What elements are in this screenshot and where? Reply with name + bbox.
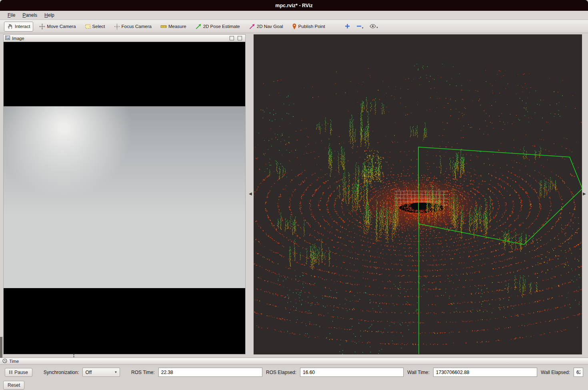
menu-help[interactable]: Help (42, 12, 57, 19)
plus-icon (345, 24, 350, 30)
tool-focus-camera[interactable]: Focus Camera (111, 22, 154, 31)
tool-select[interactable]: Select (82, 22, 108, 31)
tool-properties-button[interactable]: ▾ (368, 23, 380, 30)
image-panel-title: Image (12, 36, 24, 41)
ruler-icon (160, 24, 167, 29)
tool-measure-label: Measure (168, 24, 186, 29)
tool-publish-point-label: Publish Point (298, 24, 325, 29)
time-panel-row: Pause Synchronization: Off ▼ ROS Time: R… (0, 365, 588, 380)
reset-row: Reset (0, 380, 588, 390)
dock-close-button[interactable] (238, 36, 242, 40)
chevron-down-icon: ▾ (362, 26, 364, 30)
titlebar[interactable]: mpc.rviz* - RViz (0, 0, 588, 11)
focus-crosshair-icon (114, 24, 120, 30)
menu-file[interactable]: File (5, 12, 18, 19)
dock-float-button[interactable] (230, 36, 234, 40)
pause-button[interactable]: Pause (5, 368, 32, 377)
select-box-icon (85, 24, 91, 30)
remove-tool-button[interactable]: ▾ (355, 23, 365, 30)
tool-2d-nav-goal-label: 2D Nav Goal (257, 24, 283, 29)
image-panel-titlebar[interactable]: Image (4, 35, 245, 42)
sync-dropdown[interactable]: Off ▼ (82, 368, 120, 377)
wall-time-field[interactable] (433, 368, 537, 377)
pointcloud-canvas[interactable] (254, 34, 582, 354)
tool-focus-camera-label: Focus Camera (122, 24, 152, 29)
toolbar: Interact Move Camera Select Focus Camera… (0, 20, 588, 33)
tool-select-label: Select (92, 24, 105, 29)
minus-icon (356, 24, 362, 30)
time-panel-title: Time (9, 359, 19, 364)
green-arrow-icon (195, 24, 202, 30)
chevron-down-icon: ▾ (376, 26, 378, 29)
wall-elapsed-field[interactable] (574, 368, 583, 377)
tool-move-camera-label: Move Camera (47, 24, 76, 29)
tool-2d-pose-estimate-label: 2D Pose Estimate (203, 24, 240, 29)
time-panel-titlebar[interactable]: Time (0, 358, 588, 365)
main-area: Image ◀ ▶ ↕ (0, 33, 588, 358)
add-tool-button[interactable] (343, 23, 352, 30)
pause-icon (9, 370, 12, 374)
ros-time-label: ROS Time: (131, 370, 155, 375)
tool-measure[interactable]: Measure (158, 22, 189, 31)
reset-button-label: Reset (8, 382, 20, 388)
ros-time-field[interactable] (158, 368, 262, 377)
chevron-down-icon: ▼ (114, 370, 117, 374)
eye-icon (370, 24, 376, 29)
splitter-right-arrow-icon[interactable]: ▶ (583, 191, 586, 196)
hand-icon (7, 24, 13, 30)
tool-2d-nav-goal[interactable]: 2D Nav Goal (246, 22, 286, 31)
tool-move-camera[interactable]: Move Camera (36, 22, 78, 31)
menu-panels[interactable]: Panels (20, 12, 40, 19)
camera-image-canvas (4, 106, 245, 288)
window-title: mpc.rviz* - RViz (275, 3, 312, 8)
pause-button-label: Pause (14, 370, 28, 375)
render-view-3d[interactable] (254, 34, 582, 354)
splitter-left-arrow-icon[interactable]: ◀ (249, 191, 252, 196)
ros-elapsed-label: ROS Elapsed: (266, 370, 296, 375)
side-scrollbar[interactable] (0, 337, 2, 358)
wall-elapsed-label: Wall Elapsed: (541, 370, 570, 375)
sync-dropdown-value: Off (85, 370, 112, 375)
camera-image-view (4, 42, 245, 354)
image-panel-icon (5, 36, 10, 41)
wall-time-label: Wall Time: (407, 370, 430, 375)
tool-2d-pose-estimate[interactable]: 2D Pose Estimate (192, 22, 243, 31)
ros-elapsed-field[interactable] (300, 368, 404, 377)
reset-button[interactable]: Reset (3, 381, 24, 390)
sync-label: Synchronization: (44, 370, 79, 375)
map-pin-icon (292, 24, 297, 30)
move-arrows-icon (39, 24, 45, 30)
menubar: File Panels Help (0, 11, 588, 20)
tool-interact[interactable]: Interact (4, 22, 33, 32)
tool-publish-point[interactable]: Publish Point (289, 22, 328, 31)
tool-interact-label: Interact (15, 24, 30, 29)
clock-icon (2, 358, 7, 364)
image-panel: Image (3, 34, 246, 354)
magenta-arrow-icon (249, 24, 255, 30)
